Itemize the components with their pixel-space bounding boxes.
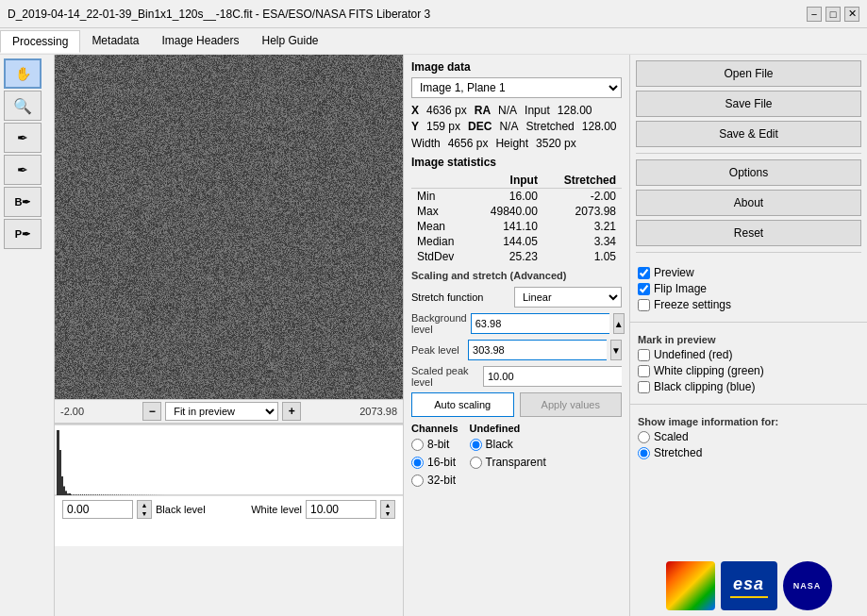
divider-4 bbox=[630, 404, 867, 405]
stat-label: Max bbox=[411, 204, 471, 219]
image-plane-dropdown[interactable]: Image 1, Plane 1 bbox=[411, 77, 622, 98]
stat-stretched: 2073.98 bbox=[543, 204, 622, 219]
black-level-up[interactable]: ▲ bbox=[138, 501, 151, 509]
white-level-down[interactable]: ▼ bbox=[381, 509, 394, 518]
tab-processing[interactable]: Processing bbox=[0, 30, 80, 53]
x-label: X bbox=[411, 104, 419, 117]
dec-label: DEC bbox=[468, 120, 492, 133]
scaled-radio-row: Scaled bbox=[638, 430, 859, 443]
dim-row: Width 4656 px Height 3520 px bbox=[411, 137, 622, 150]
auto-scaling-button[interactable]: Auto scaling bbox=[411, 392, 514, 417]
tab-metadata[interactable]: Metadata bbox=[80, 30, 150, 52]
gradient-tool-button[interactable]: ✒ bbox=[4, 155, 42, 185]
freeze-checkbox[interactable] bbox=[638, 299, 650, 311]
8bit-radio[interactable] bbox=[411, 439, 424, 451]
bg-level-btn[interactable]: ▲ bbox=[613, 313, 625, 334]
undefined-red-row: Undefined (red) bbox=[638, 348, 859, 361]
window-title: D_2019-04-14_22-01-39_Bin1x1_120s__-18C.… bbox=[8, 8, 430, 21]
window-controls: − □ ✕ bbox=[807, 7, 859, 22]
width-label: Width bbox=[411, 137, 441, 150]
tab-help-guide[interactable]: Help Guide bbox=[250, 30, 329, 52]
bg-level-input[interactable] bbox=[471, 313, 609, 334]
black-radio-row: Black bbox=[470, 438, 546, 451]
white-level-input[interactable]: 10.00 bbox=[306, 500, 376, 519]
open-file-button[interactable]: Open File bbox=[636, 60, 861, 87]
peak-level-input[interactable] bbox=[468, 340, 607, 360]
stretched-value: 128.00 bbox=[582, 120, 617, 133]
hand-tool-button[interactable]: ✋ bbox=[4, 58, 42, 89]
16bit-radio[interactable] bbox=[411, 457, 424, 469]
about-button[interactable]: About bbox=[636, 190, 861, 216]
peak-label: Peak level bbox=[411, 344, 464, 356]
options-button[interactable]: Options bbox=[636, 159, 861, 186]
scaling-title: Scaling and stretch (Advanced) bbox=[411, 270, 622, 281]
stat-input: 141.10 bbox=[471, 219, 543, 234]
white-clip-label: White clipping (green) bbox=[654, 364, 764, 377]
tab-image-headers[interactable]: Image Headers bbox=[150, 30, 250, 52]
16bit-label: 16-bit bbox=[427, 456, 456, 469]
stat-stretched: -2.00 bbox=[543, 189, 622, 205]
bg-label: Background level bbox=[411, 312, 467, 335]
undefined-red-checkbox[interactable] bbox=[638, 349, 650, 361]
mark-title: Mark in preview bbox=[638, 334, 859, 345]
zoom-out-button[interactable]: − bbox=[142, 402, 161, 421]
black-level-down[interactable]: ▼ bbox=[138, 509, 151, 518]
show-info-section: Show image information for: Scaled Stret… bbox=[630, 407, 867, 468]
scaled-level-row: Scaled peak level bbox=[411, 365, 622, 388]
stat-input: 16.00 bbox=[471, 189, 543, 205]
scaled-level-input[interactable] bbox=[483, 366, 622, 387]
stretched-radio[interactable] bbox=[638, 447, 650, 459]
reset-button[interactable]: Reset bbox=[636, 220, 861, 246]
stretched-label: Stretched bbox=[654, 446, 702, 459]
white-clip-checkbox[interactable] bbox=[638, 365, 650, 377]
height-value: 3520 px bbox=[536, 137, 576, 150]
y-label: Y bbox=[411, 120, 419, 133]
auto-apply-row: Auto scaling Apply values bbox=[411, 392, 622, 417]
zoom-tool-button[interactable]: 🔍 bbox=[4, 91, 42, 121]
save-file-button[interactable]: Save File bbox=[636, 91, 861, 117]
preview-checkbox[interactable] bbox=[638, 267, 650, 279]
peak-tool-button[interactable]: P✒ bbox=[4, 219, 42, 249]
white-level-spinner[interactable]: ▲ ▼ bbox=[380, 500, 395, 519]
black-radio[interactable] bbox=[470, 439, 482, 451]
freeze-label: Freeze settings bbox=[654, 298, 731, 311]
stat-input: 144.05 bbox=[471, 234, 543, 249]
table-row: Median 144.05 3.34 bbox=[411, 234, 622, 249]
scaled-radio[interactable] bbox=[638, 431, 650, 443]
peak-level-btn[interactable]: ▼ bbox=[610, 340, 622, 360]
apply-values-button[interactable]: Apply values bbox=[520, 392, 623, 417]
preview-checkbox-row: Preview bbox=[638, 266, 859, 279]
white-level-up[interactable]: ▲ bbox=[381, 501, 394, 509]
black-level-input[interactable]: 0.00 bbox=[62, 500, 133, 519]
32bit-radio-row: 32-bit bbox=[411, 474, 459, 487]
stretched-radio-row: Stretched bbox=[638, 446, 859, 459]
minimize-button[interactable]: − bbox=[807, 7, 822, 22]
maximize-button[interactable]: □ bbox=[825, 7, 841, 22]
transparent-radio[interactable] bbox=[470, 457, 482, 469]
max-value-label: 2073.98 bbox=[359, 406, 397, 417]
black-clip-checkbox[interactable] bbox=[638, 381, 650, 393]
black-clip-row: Black clipping (blue) bbox=[638, 380, 859, 393]
scaled-label: Scaled bbox=[654, 430, 689, 443]
stat-stretched: 3.34 bbox=[543, 234, 622, 249]
zoom-in-button[interactable]: + bbox=[282, 402, 301, 421]
black-clip-label: Black clipping (blue) bbox=[654, 380, 755, 393]
stat-input: 49840.00 bbox=[471, 204, 543, 219]
save-edit-button[interactable]: Save & Edit bbox=[636, 121, 861, 147]
close-button[interactable]: ✕ bbox=[844, 7, 859, 22]
table-row: StdDev 25.23 1.05 bbox=[411, 249, 622, 264]
stretch-function-select[interactable]: Linear Log Sqrt Asinh bbox=[514, 287, 622, 308]
black-tool-button[interactable]: B✒ bbox=[4, 187, 42, 217]
divider-1 bbox=[636, 153, 861, 154]
flip-checkbox[interactable] bbox=[638, 283, 650, 295]
eyedropper-tool-button[interactable]: ✒ bbox=[4, 123, 42, 153]
divider-2 bbox=[636, 252, 861, 253]
stretch-label: Stretch function bbox=[411, 291, 510, 303]
zoom-select[interactable]: Fit in preview 25% 50% 100% 200% bbox=[165, 402, 278, 421]
action-buttons: Open File Save File Save & Edit Options … bbox=[630, 55, 867, 260]
32bit-radio[interactable] bbox=[411, 474, 424, 487]
black-level-spinner[interactable]: ▲ ▼ bbox=[137, 500, 152, 519]
stretch-function-row: Stretch function Linear Log Sqrt Asinh bbox=[411, 287, 622, 308]
table-row: Max 49840.00 2073.98 bbox=[411, 204, 622, 219]
info-panel: Image data Image 1, Plane 1 X 4636 px RA… bbox=[403, 55, 629, 616]
